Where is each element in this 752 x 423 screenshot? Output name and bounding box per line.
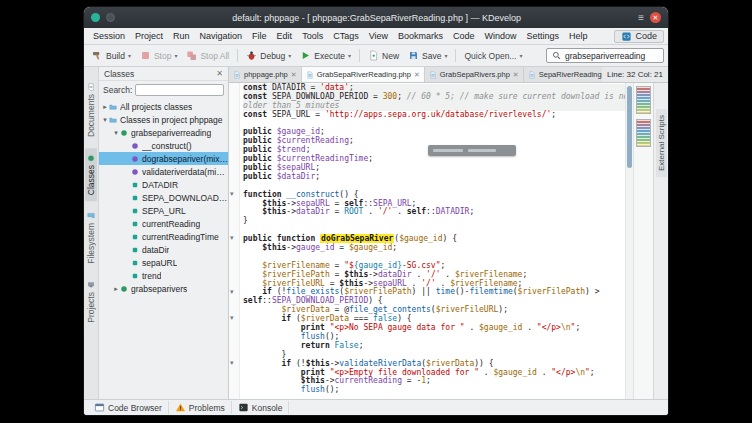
sidebar-tab-classes[interactable]: Classes xyxy=(85,148,97,201)
code-line-35[interactable]: flush(); xyxy=(243,386,625,395)
tab-external-scripts[interactable]: External Scripts xyxy=(656,109,667,177)
cls-icon xyxy=(120,285,128,293)
class-tree-item-validateriverdata-mixed[interactable]: validateriverdata(mixed) xyxy=(99,165,228,178)
save-button[interactable]: Save▾ xyxy=(404,48,451,63)
editor-tab-phppage-php[interactable]: phppage.php✕ xyxy=(229,67,302,82)
class-tree-item-sepa-download-period[interactable]: SEPA_DOWNLOAD_PERIOD xyxy=(99,191,228,204)
editor-tab-grabseparivers-php[interactable]: GrabSepaRivers.php✕ xyxy=(425,67,524,82)
scrollbar-thumb[interactable] xyxy=(627,86,632,168)
class-tree-item-dograbsepariver-mixed[interactable]: dograbsepariver(mixed) xyxy=(99,152,228,165)
code-view[interactable]: const DATADIR = 'data';const SEPA_DOWNLO… xyxy=(240,83,625,399)
menu-file[interactable]: File xyxy=(247,30,272,42)
stop-all-button[interactable]: Stop All xyxy=(182,48,233,63)
sidebar-tab-label: Documents xyxy=(86,94,96,137)
code-token: false xyxy=(373,314,397,323)
konsole-button[interactable]: Konsole xyxy=(232,401,290,414)
menu-run[interactable]: Run xyxy=(168,30,195,42)
tree-item-label: dograbsepariver(mixed) xyxy=(142,154,228,164)
close-button[interactable]: ✕ xyxy=(650,12,661,23)
desktop: default: phppage - [ phppage:GrabSepaRiv… xyxy=(0,0,752,423)
close-icon[interactable]: ✕ xyxy=(513,71,519,79)
code-browser-button[interactable]: Code Browser xyxy=(88,401,169,414)
close-icon[interactable]: ✕ xyxy=(414,71,420,79)
menu-bookmarks[interactable]: Bookmarks xyxy=(393,30,448,42)
menu-code[interactable]: Code xyxy=(448,30,480,42)
class-tree-item-classes-in-project-phppage[interactable]: ▾Classes in project phppage xyxy=(99,113,228,126)
code-token: $this xyxy=(306,359,330,368)
panel-close-icon[interactable]: ✕ xyxy=(216,69,223,78)
stop-button[interactable]: Stop▾ xyxy=(136,48,182,63)
execute-button[interactable]: Execute▾ xyxy=(296,48,355,63)
code-token: $this xyxy=(344,270,368,279)
class-tree-item-grabseparivers[interactable]: ▸grabseparivers xyxy=(99,282,228,295)
fold-marker-icon[interactable]: ▾ xyxy=(230,288,234,297)
code-token: SEPA_URL = xyxy=(272,110,325,119)
fold-gutter[interactable]: ▾▾▾▾▾ xyxy=(229,83,240,399)
toolbar-search xyxy=(546,48,664,63)
menu-session[interactable]: Session xyxy=(88,30,130,42)
menu-navigation[interactable]: Navigation xyxy=(195,30,248,42)
editor-tab-grabsepariverreading-php[interactable]: GrabSepaRiverReading.php✕ xyxy=(302,67,425,82)
menu-ctags[interactable]: CTags xyxy=(328,30,364,42)
code-line-15[interactable]: $this->dataDir = ROOT . '/' . self::DATA… xyxy=(243,208,625,217)
class-tree-item-sepaurl[interactable]: sepaURL xyxy=(99,256,228,269)
titlebar[interactable]: default: phppage - [ phppage:GrabSepaRiv… xyxy=(84,7,668,28)
search-input[interactable] xyxy=(565,51,659,61)
minimap-thumbnail[interactable] xyxy=(636,119,651,147)
code-line-4[interactable]: const SEPA_URL = 'http://apps.sepa.org.u… xyxy=(243,111,625,120)
problems-button[interactable]: Problems xyxy=(169,401,232,414)
class-tree-item-sepa-url[interactable]: SEPA_URL xyxy=(99,204,228,217)
editor-tab-separiverreadinghistory-php[interactable]: SepaRiverReadingHistory.php✕ xyxy=(524,67,602,82)
code-token: ) { xyxy=(368,296,382,305)
menu-edit[interactable]: Edit xyxy=(272,30,298,42)
menu-window[interactable]: Window xyxy=(480,30,522,42)
pin-icon[interactable] xyxy=(106,13,115,22)
field-icon xyxy=(131,207,139,215)
code-line-30[interactable]: return False; xyxy=(243,342,625,351)
window-title: default: phppage - [ phppage:GrabSepaRiv… xyxy=(121,13,632,23)
close-icon[interactable]: ✕ xyxy=(291,71,297,79)
sidebar-tab-filesystem[interactable]: Filesystem xyxy=(85,206,97,270)
code-area-button[interactable]: Code xyxy=(614,30,664,43)
editor-minimap[interactable] xyxy=(633,83,653,399)
expander-icon[interactable]: ▾ xyxy=(101,116,109,124)
classes-search-input[interactable] xyxy=(135,84,224,96)
quick-open-button[interactable]: Quick Open...▾ xyxy=(460,49,526,63)
toolbar-label: Stop xyxy=(154,51,172,61)
code-token: ; xyxy=(349,136,354,145)
class-tree-item-currentreading[interactable]: currentReading xyxy=(99,217,228,230)
debug-button[interactable]: Debug▾ xyxy=(242,48,295,63)
sidebar-tab-documents[interactable]: Documents xyxy=(85,77,97,143)
titlebar-menu-icon[interactable]: ≡ xyxy=(638,13,644,23)
code-line-16[interactable]: } xyxy=(243,217,625,226)
class-tree-item-currentreadingtime[interactable]: currentReadingTime xyxy=(99,230,228,243)
fold-marker-icon[interactable]: ▾ xyxy=(230,234,234,243)
expander-icon[interactable]: ▸ xyxy=(112,285,120,293)
menu-settings[interactable]: Settings xyxy=(522,30,565,42)
class-tree-item-all-projects-classes[interactable]: ▸All projects classes xyxy=(99,100,228,113)
editor-scrollbar[interactable] xyxy=(625,83,633,399)
expander-icon[interactable]: ▸ xyxy=(101,103,109,111)
menu-project[interactable]: Project xyxy=(130,30,168,42)
new-button[interactable]: New xyxy=(364,48,403,63)
class-tree-item-construct[interactable]: __construct() xyxy=(99,139,228,152)
fold-marker-icon[interactable]: ▾ xyxy=(230,190,234,199)
save-icon xyxy=(408,50,419,61)
statusbar: Code BrowserProblemsKonsole xyxy=(84,399,668,415)
menu-help[interactable]: Help xyxy=(564,30,593,42)
class-tree-item-trend[interactable]: trend xyxy=(99,269,228,282)
fold-marker-icon[interactable]: ▾ xyxy=(230,314,234,323)
menu-tools[interactable]: Tools xyxy=(297,30,328,42)
fold-marker-icon[interactable]: ▾ xyxy=(230,359,234,368)
code-area[interactable]: const DATADIR = 'data';const SEPA_DOWNLO… xyxy=(240,83,625,399)
class-tree-item-datadir[interactable]: dataDir xyxy=(99,243,228,256)
expander-icon[interactable]: ▾ xyxy=(112,129,120,137)
menu-view[interactable]: View xyxy=(364,30,393,42)
class-tree-item-grabsepariverreading[interactable]: ▾grabsepariverreading xyxy=(99,126,228,139)
code-line-19[interactable]: $this->gauge_id = $gauge_id; xyxy=(243,244,625,253)
build-button[interactable]: Build▾ xyxy=(88,48,135,63)
code-line-11[interactable]: public $dataDir; xyxy=(243,173,625,182)
class-tree-item-datadir[interactable]: DATADIR xyxy=(99,178,228,191)
sidebar-tab-projects[interactable]: Projects xyxy=(85,275,97,329)
minimap-thumbnail[interactable] xyxy=(636,86,651,114)
